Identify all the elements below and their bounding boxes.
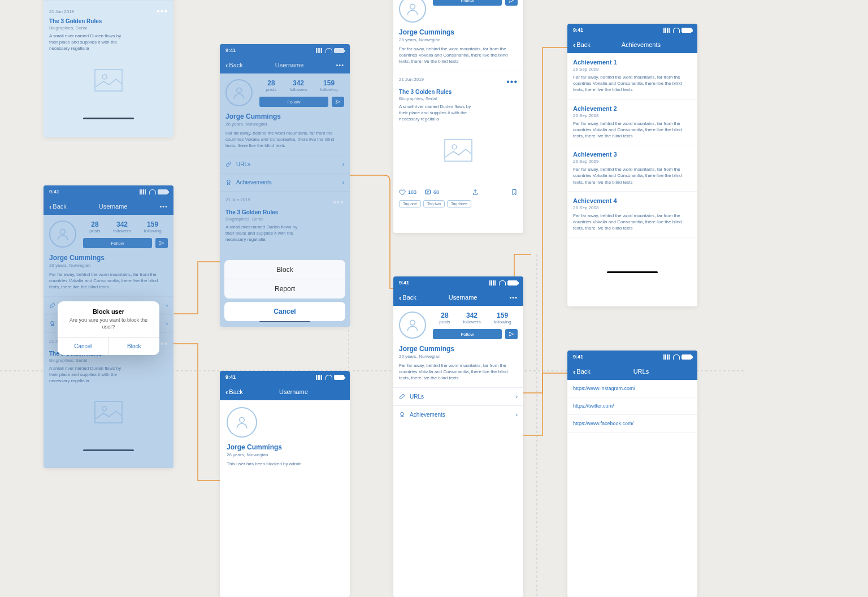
screen-profile-post: Follow Jorge Cummings26 years, Norwegian… <box>393 0 523 233</box>
link-icon <box>49 302 55 309</box>
modal-cancel-button[interactable]: Cancel <box>58 338 109 355</box>
post-more-icon[interactable]: ••• <box>506 77 518 87</box>
svg-rect-16 <box>445 140 472 161</box>
profile-meta: 26 years, Norwegian <box>49 263 168 268</box>
battery-icon <box>158 189 168 194</box>
more-icon[interactable]: ••• <box>509 294 518 301</box>
link-urls[interactable]: URLs› <box>220 155 350 173</box>
url-item[interactable]: https://www.facebook.com/ <box>567 415 697 432</box>
svg-point-12 <box>237 88 242 93</box>
modal-block-button[interactable]: Block <box>109 338 160 355</box>
screen-block-dialog: 9:41 ‹BackUsername••• 28posts342follower… <box>44 185 173 468</box>
follow-button[interactable]: Follow <box>433 0 502 6</box>
screen-blocked-user: 9:41 ‹BackUsername Jorge Cummings 26 yea… <box>220 371 350 597</box>
share-icon[interactable] <box>472 189 479 196</box>
stat-following[interactable]: 159following <box>494 312 511 325</box>
modal-title: Block user <box>58 301 159 317</box>
achievement-item[interactable]: Achievement 226 Sep 2008Far far away, be… <box>567 100 697 146</box>
action-sheet: Block Report <box>224 260 345 298</box>
tag[interactable]: Tag two <box>423 200 445 207</box>
back-button[interactable]: ‹Back <box>399 293 416 302</box>
avatar <box>49 220 76 248</box>
svg-point-20 <box>401 412 404 416</box>
url-item[interactable]: https://www.instagram.com/ <box>567 380 697 397</box>
achievement-item[interactable]: Achievement 126 Sep 2008Far far away, be… <box>567 53 697 100</box>
blocked-message: This user has been blocked by admin. <box>227 461 343 467</box>
sheet-block-button[interactable]: Block <box>224 260 345 279</box>
follow-button[interactable]: Follow <box>433 329 502 339</box>
svg-point-7 <box>102 75 107 79</box>
chevron-right-icon: › <box>166 302 168 309</box>
bookmark-icon[interactable] <box>511 189 518 196</box>
status-bar: 9:41 <box>44 185 173 198</box>
back-button[interactable]: ‹Back <box>573 367 591 376</box>
nav-title: Username <box>67 203 160 210</box>
post-date: 21 Jun 2019 <box>49 9 74 14</box>
link-icon <box>399 393 405 400</box>
follow-button[interactable]: Follow <box>259 97 328 107</box>
medal-icon <box>399 412 405 418</box>
svg-rect-6 <box>95 70 122 91</box>
screen-profile-main: 9:41 ‹BackUsername••• 28posts342follower… <box>393 276 523 597</box>
svg-rect-10 <box>95 401 122 423</box>
avatar <box>399 312 426 339</box>
svg-point-9 <box>51 321 54 325</box>
svg-point-15 <box>410 4 415 9</box>
screen-profile-detail-partial: 21 Jun 2019••• The 3 Golden Rules Biogra… <box>44 0 173 137</box>
medal-icon <box>49 321 55 327</box>
signal-icon <box>140 189 147 194</box>
sheet-cancel-button[interactable]: Cancel <box>224 302 345 321</box>
svg-point-19 <box>410 320 415 325</box>
tag[interactable]: Tag three <box>447 200 471 207</box>
link-achievements[interactable]: Achievements› <box>220 173 350 191</box>
screen-urls: 9:41 ‹BackURLs https://www.instagram.com… <box>567 351 697 597</box>
profile-bio: Far far away, behind the word mountains,… <box>399 362 518 382</box>
post-more-icon[interactable]: ••• <box>157 6 168 16</box>
post-description: A small river named Duden flows by their… <box>49 33 123 52</box>
image-placeholder-icon <box>49 390 168 435</box>
stat-followers[interactable]: 342followers <box>463 312 481 325</box>
engagement-bar: 18368 <box>393 184 523 200</box>
svg-point-8 <box>60 229 66 234</box>
share-button[interactable] <box>332 97 344 107</box>
post-category: Biographies, Serial <box>49 25 168 31</box>
screen-action-sheet: 9:41 ‹BackUsername••• 28posts342follower… <box>220 44 350 327</box>
more-icon[interactable]: ••• <box>159 203 168 210</box>
follow-button[interactable]: Follow <box>83 238 152 248</box>
share-button[interactable] <box>505 329 518 339</box>
profile-name: Jorge Cummings <box>399 345 518 353</box>
svg-point-17 <box>452 145 457 149</box>
wifi-icon <box>149 189 156 194</box>
profile-meta: 26 years, Norwegian <box>399 354 518 359</box>
comment-button[interactable]: 68 <box>424 189 439 196</box>
achievement-item[interactable]: Achievement 426 Sep 2008Far far away, be… <box>567 192 697 238</box>
back-button[interactable]: ‹Back <box>225 388 243 396</box>
share-button[interactable] <box>155 238 168 248</box>
achievement-item[interactable]: Achievement 326 Sep 2009Far far away, be… <box>567 145 697 192</box>
link-urls[interactable]: URLs› <box>393 387 523 405</box>
profile-name: Jorge Cummings <box>227 443 343 451</box>
image-placeholder-icon <box>49 58 168 103</box>
profile-meta: 26 years, Norwegian <box>227 452 343 457</box>
link-achievements[interactable]: Achievements› <box>393 405 523 423</box>
share-button[interactable] <box>505 0 518 6</box>
like-button[interactable]: 183 <box>399 189 416 196</box>
modal-message: Are you sure you want to block the user? <box>58 317 159 337</box>
nav-bar: ‹BackUsername••• <box>44 198 173 215</box>
post-title: The 3 Golden Rules <box>49 18 168 24</box>
home-indicator <box>83 118 134 119</box>
back-button[interactable]: ‹Back <box>573 41 591 49</box>
tag[interactable]: Tag one <box>399 200 421 207</box>
back-button[interactable]: ‹Back <box>225 61 243 70</box>
stat-posts[interactable]: 28posts <box>439 312 450 325</box>
sheet-report-button[interactable]: Report <box>224 279 345 298</box>
block-user-modal: Block user Are you sure you want to bloc… <box>58 301 159 355</box>
svg-point-13 <box>227 180 231 183</box>
url-item[interactable]: https://twitter.com/ <box>567 397 697 415</box>
back-button[interactable]: ‹Back <box>49 202 67 211</box>
nav-title: URLs <box>591 368 692 375</box>
more-icon[interactable]: ••• <box>336 62 344 68</box>
svg-point-14 <box>240 417 245 422</box>
profile-bio: Far far away, behind the word mountains,… <box>49 271 168 291</box>
chevron-right-icon: › <box>516 393 518 400</box>
